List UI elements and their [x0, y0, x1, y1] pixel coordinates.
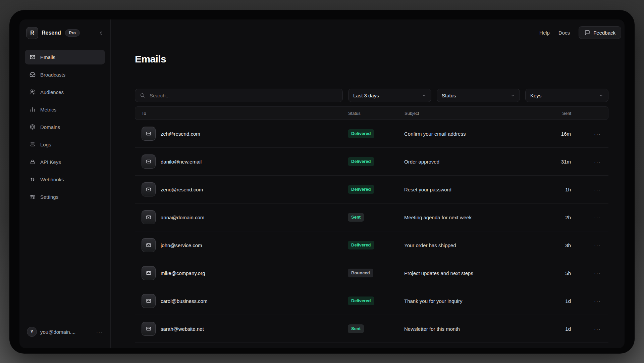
row-menu-dots-icon[interactable]: ··· — [571, 215, 608, 220]
row-menu-dots-icon[interactable]: ··· — [571, 131, 608, 137]
table-row[interactable]: mike@company.org Bounced Project updates… — [135, 259, 608, 287]
chevron-down-icon — [422, 93, 426, 98]
row-menu-dots-icon[interactable]: ··· — [571, 187, 608, 192]
recipient-email: john@service.com — [161, 242, 202, 248]
search-input[interactable] — [149, 92, 338, 99]
email-subject: Thank you for your inquiry — [404, 298, 537, 304]
column-header-status: Status — [348, 111, 405, 116]
row-menu-dots-icon[interactable]: ··· — [571, 159, 608, 165]
column-header-sent: Sent — [538, 111, 571, 116]
mail-icon — [142, 266, 156, 280]
sent-time: 16m — [537, 131, 571, 137]
table-row[interactable]: Delivered — [135, 343, 608, 348]
status-select[interactable]: Status — [437, 89, 520, 102]
chevron-down-icon — [511, 93, 515, 98]
recipient-email: zeno@resend.com — [161, 187, 203, 192]
mail-icon — [142, 154, 156, 169]
table-row[interactable]: zeh@resend.com Delivered Confirm your em… — [135, 120, 608, 148]
recipient-email: anna@domain.com — [161, 215, 204, 220]
sidebar-item-settings[interactable]: Settings — [25, 189, 105, 204]
page-title: Emails — [135, 53, 608, 65]
topbar: Help Docs Feedback — [135, 26, 621, 39]
email-subject: Newsletter for this month — [404, 326, 537, 332]
mail-icon — [142, 182, 156, 196]
docs-link[interactable]: Docs — [558, 30, 570, 36]
lock-icon — [30, 159, 36, 165]
email-subject: Your order has shipped — [404, 242, 537, 248]
user-menu[interactable]: Y you@domain.... ··· — [25, 327, 105, 337]
user-menu-dots-icon[interactable]: ··· — [96, 329, 103, 334]
emails-table: To Status Subject Sent zeh@resend.com De… — [135, 106, 608, 348]
users-icon — [30, 89, 36, 95]
status-badge: Delivered — [348, 297, 374, 305]
email-subject: Project updates and next steps — [404, 270, 537, 276]
mail-icon — [142, 210, 156, 224]
status-badge: Bounced — [348, 269, 373, 277]
row-menu-dots-icon[interactable]: ··· — [571, 270, 608, 276]
logs-icon — [30, 141, 36, 147]
table-body: zeh@resend.com Delivered Confirm your em… — [135, 120, 608, 348]
sent-time: 3h — [537, 242, 571, 248]
resend-logo: R — [26, 27, 38, 39]
table-row[interactable]: sarah@website.net Sent Newsletter for th… — [135, 315, 608, 343]
mail-icon — [142, 294, 156, 308]
status-badge: Delivered — [348, 129, 374, 138]
sidebar-item-label: Emails — [40, 54, 55, 60]
status-badge: Sent — [348, 324, 364, 333]
sidebar-item-emails[interactable]: Emails — [25, 50, 105, 64]
recipient-email: danilo@new.email — [161, 159, 202, 165]
mail-icon — [142, 238, 156, 252]
feedback-button[interactable]: Feedback — [579, 26, 621, 39]
keys-select[interactable]: Keys — [525, 89, 608, 102]
sent-time: 31m — [537, 159, 571, 165]
sidebar-item-api-keys[interactable]: API Keys — [25, 154, 105, 169]
table-row[interactable]: anna@domain.com Sent Meeting agenda for … — [135, 203, 608, 231]
sidebar-item-label: Logs — [40, 142, 51, 147]
table-row[interactable]: carol@business.com Delivered Thank you f… — [135, 287, 608, 315]
sent-time: 1d — [537, 298, 571, 304]
user-email: you@domain.... — [40, 329, 75, 335]
sent-time: 5h — [537, 270, 571, 276]
arrows-icon — [30, 176, 36, 182]
globe-icon — [30, 124, 36, 130]
sidebar-item-label: Broadcasts — [40, 72, 65, 78]
table-row[interactable]: zeno@resend.com Delivered Reset your pas… — [135, 176, 608, 203]
row-menu-dots-icon[interactable]: ··· — [571, 326, 608, 332]
recipient-email: sarah@website.net — [161, 326, 204, 332]
search-box[interactable] — [135, 89, 343, 102]
mail-icon — [142, 127, 156, 141]
help-link[interactable]: Help — [539, 30, 550, 36]
sidebar-item-metrics[interactable]: Metrics — [25, 102, 105, 117]
feedback-icon — [584, 30, 590, 36]
app-window: R Resend Pro EmailsBroadcastsAudiencesMe… — [9, 10, 635, 354]
sidebar-item-domains[interactable]: Domains — [25, 120, 105, 134]
status-value: Status — [442, 93, 456, 98]
sidebar-item-logs[interactable]: Logs — [25, 137, 105, 152]
status-badge: Sent — [348, 213, 364, 222]
workspace-switcher[interactable]: R Resend Pro — [25, 26, 105, 40]
sidebar-item-broadcasts[interactable]: Broadcasts — [25, 67, 105, 82]
status-badge: Delivered — [348, 157, 374, 166]
sidebar-item-label: Domains — [40, 124, 60, 130]
sidebar-item-webhooks[interactable]: Webhooks — [25, 172, 105, 187]
table-header: To Status Subject Sent — [135, 106, 608, 120]
desktop-background: R Resend Pro EmailsBroadcastsAudiencesMe… — [0, 0, 644, 363]
inbox-icon — [30, 72, 36, 78]
status-badge: Delivered — [348, 241, 374, 249]
table-row[interactable]: danilo@new.email Delivered Order approve… — [135, 148, 608, 176]
feedback-label: Feedback — [593, 30, 615, 36]
table-row[interactable]: john@service.com Delivered Your order ha… — [135, 231, 608, 259]
avatar: Y — [27, 327, 37, 337]
status-badge: Delivered — [348, 185, 374, 194]
date-range-value: Last 3 days — [353, 93, 379, 98]
column-header-to: To — [135, 111, 348, 116]
sidebar-nav: EmailsBroadcastsAudiencesMetricsDomainsL… — [25, 50, 105, 204]
sidebar-item-audiences[interactable]: Audiences — [25, 85, 105, 99]
row-menu-dots-icon[interactable]: ··· — [571, 242, 608, 248]
row-menu-dots-icon[interactable]: ··· — [571, 298, 608, 304]
unfold-icon[interactable] — [99, 31, 104, 36]
mail-icon — [142, 322, 156, 336]
email-subject: Reset your password — [404, 187, 537, 192]
search-icon — [140, 92, 146, 98]
date-range-select[interactable]: Last 3 days — [348, 89, 431, 102]
